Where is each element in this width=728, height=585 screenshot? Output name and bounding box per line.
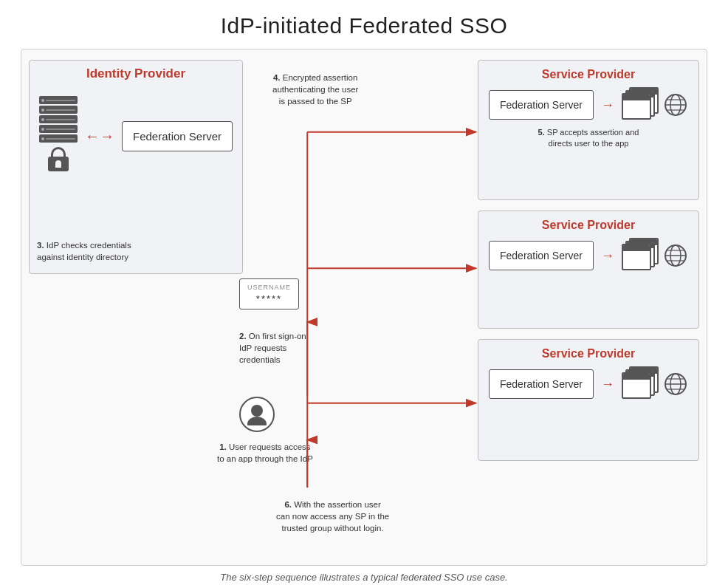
diagram-container: Identity Provider ←→: [21, 49, 707, 566]
sp2-title: Service Provider: [486, 219, 691, 232]
page-title: IdP-initiated Federated SSO: [221, 13, 508, 38]
sp-box-3: Service Provider Federation Server →: [478, 339, 699, 461]
step1-label: 1. User requests accessto an app through…: [217, 441, 313, 465]
username-label: USERNAME: [247, 284, 291, 291]
sp1-note: 5. SP accepts assertion anddirects user …: [486, 127, 691, 150]
server-icon: [39, 96, 78, 177]
login-box: USERNAME *****: [239, 278, 299, 309]
browser-icon-3: [622, 366, 660, 402]
browser-icon-2: [622, 238, 660, 273]
sp1-icons: [622, 87, 688, 123]
sp1-arrow-right: →: [601, 98, 614, 113]
sp2-row: Federation Server →: [486, 238, 691, 273]
svg-point-16: [247, 417, 267, 425]
sp3-row: Federation Server →: [486, 366, 691, 402]
step2-label: 2. On first sign-onIdP requestscredentia…: [239, 330, 306, 366]
lock-icon: [45, 147, 72, 177]
sp1-row: Federation Server →: [486, 87, 691, 123]
user-icon: [239, 397, 275, 432]
idp-title: Identity Provider: [35, 66, 236, 81]
sp1-fed-server-box: Federation Server: [489, 90, 594, 120]
double-arrow-idp: ←→: [85, 128, 114, 145]
step4-label: 4. Encrypted assertionauthenticating the…: [272, 72, 358, 107]
sp2-icons: [622, 238, 688, 273]
sp3-arrow-right: →: [601, 377, 614, 392]
sp2-arrow-right: →: [601, 248, 614, 264]
step6-label: 6. With the assertion usercan now access…: [276, 499, 389, 534]
password-field: *****: [247, 293, 291, 304]
sp3-title: Service Provider: [486, 347, 691, 360]
globe-icon-3: [663, 372, 688, 397]
sp3-icons: [622, 366, 688, 402]
sp2-fed-server-box: Federation Server: [489, 241, 594, 270]
sp-box-1: Service Provider Federation Server →: [478, 60, 699, 200]
idp-fed-server-box: Federation Server: [122, 121, 233, 152]
sp1-title: Service Provider: [486, 68, 691, 81]
user-svg: [247, 403, 267, 425]
idp-inner: ←→ Federation Server: [35, 96, 236, 177]
step3-label: 3. IdP checks credentialsagainst identit…: [37, 239, 131, 263]
caption: The six-step sequence illustrates a typi…: [220, 572, 507, 583]
svg-point-15: [251, 405, 263, 417]
user-icon-wrap: [239, 397, 275, 432]
sp3-fed-server-box: Federation Server: [489, 369, 594, 399]
globe-icon-1: [663, 92, 688, 117]
browser-icon-1: [622, 87, 660, 123]
globe-icon-2: [663, 243, 688, 268]
sp-box-2: Service Provider Federation Server →: [478, 211, 699, 329]
idp-box: Identity Provider ←→: [29, 60, 243, 274]
